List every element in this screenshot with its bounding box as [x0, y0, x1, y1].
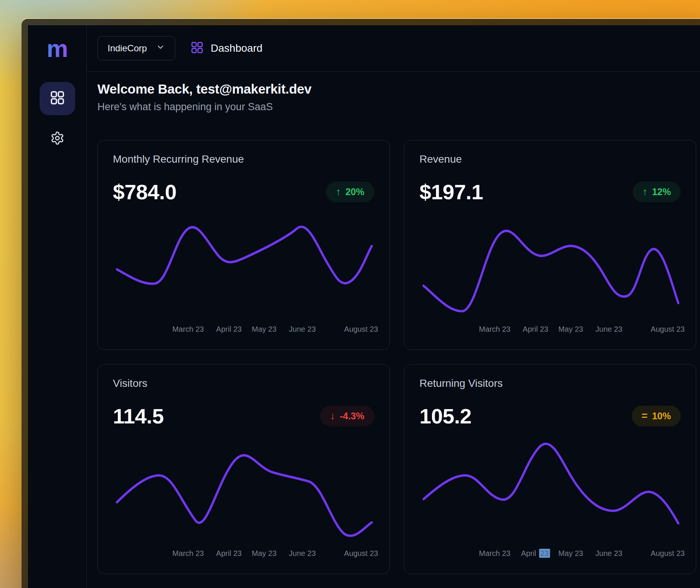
axis-tick: April 23: [216, 549, 242, 558]
grid-icon: [190, 41, 204, 56]
trend-badge-label: 12%: [652, 186, 671, 197]
trend-badge-label: -4.3%: [340, 411, 364, 422]
sidebar-item-dashboard[interactable]: [40, 82, 75, 115]
card-returning-visitors: Returning Visitors 105.2 = 10%: [404, 364, 696, 574]
axis-tick-april: April: [521, 549, 536, 557]
sparkline-chart: [113, 437, 374, 545]
trend-badge-label: 20%: [345, 186, 364, 197]
axis-tick: March 23: [479, 325, 510, 334]
sidebar: m: [28, 25, 87, 588]
arrow-up-icon: ↑: [336, 187, 341, 197]
page-title: Dashboard: [211, 42, 262, 54]
axis-tick: May 23: [558, 549, 583, 558]
card-visitors: Visitors 114.5 ↓ -4.3%: [97, 364, 390, 574]
card-title: Returning Visitors: [419, 377, 681, 389]
trend-badge: ↓ -4.3%: [320, 406, 374, 426]
axis-tick: May 23: [252, 549, 277, 558]
welcome-heading: Welcome Back, test@makerkit.dev: [97, 82, 696, 97]
metric-value: 114.5: [113, 404, 164, 428]
sparkline-path: [117, 227, 372, 284]
card-title: Revenue: [419, 153, 681, 165]
card-title: Visitors: [113, 377, 374, 389]
sparkline-path: [117, 455, 372, 536]
sparkline-path: [424, 231, 678, 311]
sidebar-item-settings[interactable]: [50, 131, 65, 147]
sparkline-path: [424, 444, 678, 523]
axis-tick: June 23: [595, 325, 622, 334]
axis-tick: June 23: [289, 549, 316, 558]
main-content: Welcome Back, test@makerkit.dev Here's w…: [87, 72, 700, 574]
x-axis-labels: March 23 April 23 May 23 June 23 August …: [113, 549, 374, 560]
x-axis-labels: March 23 April 23 May 23 June 23 August …: [113, 325, 374, 336]
grid-icon: [49, 90, 65, 107]
axis-tick: August 23: [651, 549, 685, 558]
trend-badge: = 10%: [632, 406, 681, 426]
sparkline-chart: [113, 213, 374, 321]
equals-icon: =: [641, 411, 648, 421]
axis-tick: March 23: [479, 549, 510, 558]
axis-tick: March 23: [173, 549, 204, 558]
makerkit-logo: m: [47, 37, 68, 61]
trend-badge: ↑ 20%: [326, 182, 374, 202]
gear-icon: [50, 140, 65, 146]
selected-text: 23: [539, 549, 550, 558]
organization-selector[interactable]: IndieCorp: [97, 36, 175, 60]
breadcrumb: Dashboard: [190, 41, 262, 56]
card-title: Monthly Recurring Revenue: [113, 153, 374, 165]
x-axis-labels: March 23 April23 May 23 June 23 August 2…: [419, 549, 681, 560]
axis-tick: May 23: [252, 325, 277, 334]
chevron-down-icon: [156, 43, 165, 54]
axis-tick: April23: [521, 549, 550, 558]
trend-badge: ↑ 12%: [632, 182, 681, 202]
axis-tick: March 23: [173, 325, 204, 334]
sparkline-chart: [419, 213, 681, 321]
app-window: m: [22, 19, 700, 588]
x-axis-labels: March 23 April 23 May 23 June 23 August …: [419, 325, 681, 336]
metric-value: $784.0: [113, 180, 176, 204]
axis-tick: August 23: [344, 325, 378, 334]
arrow-down-icon: ↓: [330, 411, 335, 421]
card-monthly-recurring-revenue: Monthly Recurring Revenue $784.0 ↑ 20%: [97, 140, 390, 350]
arrow-up-icon: ↑: [642, 187, 648, 197]
axis-tick: April 23: [216, 325, 242, 334]
axis-tick: August 23: [344, 549, 378, 558]
sparkline-chart: [419, 437, 681, 545]
metric-value: 105.2: [419, 404, 472, 428]
metric-value: $197.1: [419, 180, 483, 204]
axis-tick: June 23: [595, 549, 622, 558]
axis-tick: April 23: [523, 325, 548, 334]
topbar: IndieCorp Dashboard: [87, 25, 700, 72]
card-revenue: Revenue $197.1 ↑ 12%: [404, 140, 696, 350]
metrics-grid: Monthly Recurring Revenue $784.0 ↑ 20%: [97, 140, 696, 574]
axis-tick: August 23: [651, 325, 685, 334]
axis-tick: June 23: [289, 325, 316, 334]
axis-tick: May 23: [558, 325, 583, 334]
trend-badge-label: 10%: [652, 411, 671, 422]
welcome-subtitle: Here's what is happening in your SaaS: [97, 101, 696, 113]
organization-label: IndieCorp: [108, 43, 147, 54]
